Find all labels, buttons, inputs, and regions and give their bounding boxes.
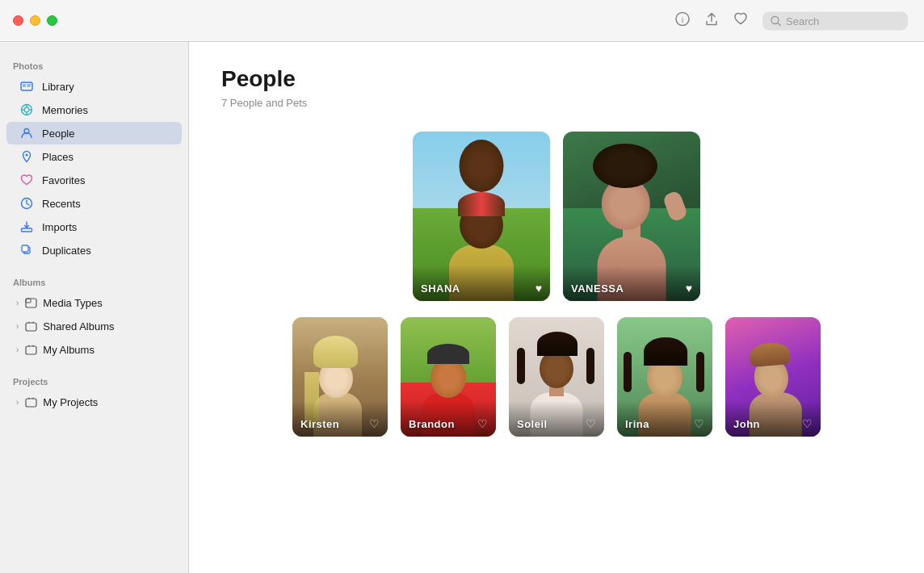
sidebar-item-memories[interactable]: Memories [6,98,182,121]
info-icon[interactable]: i [675,11,690,30]
person-name-shana: SHANA [421,282,460,295]
people-grid: SHANA ♥ [221,132,892,437]
places-label: Places [42,151,74,163]
person-name-irina: Irina [625,418,649,430]
memories-icon [19,102,34,117]
svg-point-15 [26,154,28,157]
person-heart-soleil[interactable]: ♡ [586,417,596,430]
person-heart-kirsten[interactable]: ♡ [369,417,380,430]
person-name-vanessa: VANESSA [571,282,624,295]
projects-section-label: Projects [0,370,188,390]
person-heart-john[interactable]: ♡ [802,417,813,430]
svg-rect-24 [26,399,36,407]
my-albums-label: My Albums [43,344,94,356]
person-name-john: John [733,418,760,430]
shared-albums-icon [23,319,38,333]
minimize-button[interactable] [30,15,40,26]
person-label-brandon: Brandon ♡ [401,401,496,437]
sidebar: Photos Library [0,42,189,573]
page-subtitle: 7 People and Pets [221,97,892,109]
media-types-icon [23,295,38,310]
content-area: People 7 People and Pets [189,42,924,573]
sidebar-item-places[interactable]: Places [6,145,182,168]
close-button[interactable] [13,15,23,26]
search-bar[interactable] [762,11,908,30]
person-card-vanessa[interactable]: VANESSA ♥ [563,132,700,301]
people-icon [19,126,34,140]
person-card-shana[interactable]: SHANA ♥ [413,132,550,301]
favorites-label: Favorites [42,174,85,186]
sidebar-group-media-types[interactable]: › Media Types [6,291,182,314]
search-icon [771,15,781,26]
person-label-kirsten: Kirsten ♡ [292,401,388,437]
svg-line-3 [778,23,780,25]
recents-icon [19,196,34,211]
recents-label: Recents [42,198,81,210]
person-name-kirsten: Kirsten [300,418,339,430]
person-name-brandon: Brandon [409,418,455,430]
svg-rect-17 [22,228,32,232]
sidebar-item-recents[interactable]: Recents [6,192,182,215]
person-card-brandon[interactable]: Brandon ♡ [401,317,496,437]
chevron-right-icon-2: › [16,322,19,331]
people-row-small: Kirsten ♡ [221,317,892,437]
svg-point-9 [24,107,29,112]
people-label: People [42,128,74,140]
traffic-lights [13,15,57,26]
person-heart-vanessa[interactable]: ♥ [686,282,692,295]
search-input[interactable] [786,15,899,27]
svg-rect-5 [23,84,26,87]
my-albums-icon [23,342,38,357]
person-label-irina: Irina ♡ [617,401,712,437]
chevron-right-icon: › [16,299,19,307]
person-label-john: John ♡ [725,401,821,437]
media-types-label: Media Types [43,297,102,309]
sidebar-item-duplicates[interactable]: Duplicates [6,239,182,261]
sidebar-item-library[interactable]: Library [6,75,182,98]
people-row-large: SHANA ♥ [221,132,892,301]
person-card-kirsten[interactable]: Kirsten ♡ [292,317,388,437]
sidebar-group-my-projects[interactable]: › My Projects [6,391,182,413]
person-label-vanessa: VANESSA ♥ [563,266,700,301]
duplicates-icon [19,243,34,257]
albums-section-label: Albums [0,271,188,291]
titlebar-actions: i [675,11,908,30]
person-card-irina[interactable]: Irina ♡ [617,317,712,437]
my-projects-label: My Projects [43,396,98,408]
photos-section-label: Photos [0,55,188,74]
sidebar-item-people[interactable]: People [6,122,182,144]
person-label-soleil: Soleil ♡ [509,401,604,437]
main-layout: Photos Library [0,42,924,573]
svg-rect-22 [26,323,36,331]
maximize-button[interactable] [47,15,57,26]
svg-rect-19 [22,245,28,252]
person-name-soleil: Soleil [517,418,548,430]
person-label-shana: SHANA ♥ [413,266,550,301]
my-projects-icon [23,395,38,409]
svg-rect-23 [26,346,36,354]
library-icon [19,79,34,94]
shared-albums-label: Shared Albums [43,320,114,333]
favorites-icon [19,173,34,187]
memories-label: Memories [42,104,88,116]
svg-text:i: i [681,15,683,24]
page-title: People [221,66,892,92]
heart-icon[interactable] [733,11,748,30]
duplicates-label: Duplicates [42,245,91,257]
library-label: Library [42,81,74,93]
sidebar-item-favorites[interactable]: Favorites [6,169,182,191]
imports-label: Imports [42,221,77,233]
sidebar-item-imports[interactable]: Imports [6,215,182,238]
share-icon[interactable] [704,11,719,30]
person-card-soleil[interactable]: Soleil ♡ [509,317,604,437]
person-card-john[interactable]: John ♡ [725,317,821,437]
sidebar-group-shared-albums[interactable]: › Shared Albums [6,315,182,337]
person-heart-irina[interactable]: ♡ [694,417,704,430]
places-icon [19,149,34,164]
person-heart-shana[interactable]: ♥ [536,282,542,295]
sidebar-group-my-albums[interactable]: › My Albums [6,338,182,361]
titlebar: i [0,0,924,42]
person-heart-brandon[interactable]: ♡ [477,417,488,430]
chevron-right-icon-4: › [16,398,19,407]
imports-icon [19,220,34,234]
